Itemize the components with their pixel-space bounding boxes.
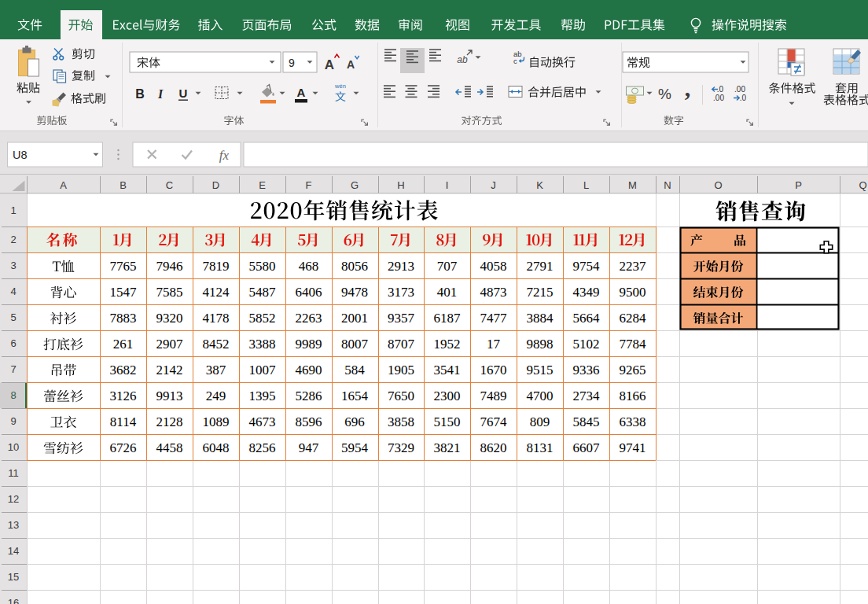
- svg-text:9320: 9320: [156, 311, 183, 326]
- svg-text:7489: 7489: [480, 389, 507, 403]
- svg-text:9336: 9336: [573, 363, 600, 378]
- svg-text:K: K: [536, 179, 543, 191]
- svg-text:4458: 4458: [156, 440, 183, 455]
- svg-text:9989: 9989: [296, 337, 322, 352]
- svg-text:3: 3: [10, 260, 16, 271]
- svg-text:11: 11: [8, 467, 19, 479]
- svg-text:6187: 6187: [434, 311, 462, 326]
- svg-text:2263: 2263: [296, 311, 322, 326]
- svg-text:1395: 1395: [249, 389, 276, 403]
- svg-text:10: 10: [8, 441, 19, 453]
- svg-text:A: A: [297, 86, 306, 99]
- svg-text:C: C: [166, 179, 173, 191]
- svg-text:O: O: [714, 179, 722, 191]
- svg-text:15: 15: [8, 571, 19, 583]
- svg-text:8131: 8131: [527, 440, 554, 455]
- svg-text:1089: 1089: [203, 414, 230, 429]
- svg-text:6048: 6048: [203, 440, 230, 455]
- svg-text:5852: 5852: [249, 311, 276, 326]
- svg-text:I: I: [157, 87, 164, 101]
- svg-text:584: 584: [344, 363, 365, 378]
- svg-text:7674: 7674: [480, 414, 508, 429]
- svg-text:2237: 2237: [620, 259, 647, 274]
- svg-text:B: B: [135, 87, 145, 101]
- svg-text:8114: 8114: [110, 414, 137, 429]
- svg-text:M: M: [628, 179, 637, 191]
- svg-text:5580: 5580: [249, 259, 276, 274]
- svg-text:14: 14: [8, 545, 19, 557]
- svg-text:1905: 1905: [388, 363, 414, 378]
- svg-text:wén: wén: [334, 83, 346, 90]
- svg-text:2300: 2300: [434, 389, 461, 403]
- svg-text:2128: 2128: [156, 414, 183, 429]
- svg-text:1: 1: [10, 204, 16, 216]
- svg-text:3858: 3858: [388, 414, 414, 429]
- svg-text:8620: 8620: [480, 440, 507, 455]
- svg-text:5150: 5150: [434, 414, 461, 429]
- svg-text:fx: fx: [219, 148, 230, 163]
- svg-text:8707: 8707: [388, 337, 415, 352]
- svg-text:5: 5: [10, 311, 16, 323]
- svg-text:9500: 9500: [620, 285, 646, 300]
- svg-text:809: 809: [530, 414, 550, 429]
- svg-text:8166: 8166: [620, 389, 646, 403]
- svg-text:5286: 5286: [296, 389, 322, 403]
- svg-text:3884: 3884: [527, 311, 554, 326]
- svg-text:9741: 9741: [620, 440, 646, 455]
- svg-text:ab: ab: [457, 54, 468, 65]
- svg-text:9357: 9357: [388, 311, 415, 326]
- svg-text:9478: 9478: [341, 285, 368, 300]
- svg-text:9265: 9265: [620, 363, 646, 378]
- svg-text:.0: .0: [740, 94, 747, 102]
- svg-text:6726: 6726: [110, 440, 137, 455]
- svg-text:7329: 7329: [388, 440, 414, 455]
- svg-text:3388: 3388: [249, 337, 276, 352]
- svg-text:1547: 1547: [110, 285, 138, 300]
- svg-text:387: 387: [206, 363, 226, 378]
- svg-text:7477: 7477: [480, 311, 508, 326]
- svg-text:1007: 1007: [249, 363, 277, 378]
- svg-text:8452: 8452: [203, 337, 230, 352]
- svg-text:4873: 4873: [480, 285, 507, 300]
- svg-text:707: 707: [437, 259, 458, 274]
- svg-text:8596: 8596: [296, 414, 322, 429]
- svg-text:7215: 7215: [527, 285, 554, 300]
- svg-text:5102: 5102: [573, 337, 600, 352]
- svg-text:Q: Q: [859, 179, 866, 191]
- svg-text:9913: 9913: [156, 389, 183, 403]
- svg-text:7: 7: [10, 363, 16, 375]
- svg-text:7585: 7585: [156, 285, 183, 300]
- svg-text:13: 13: [8, 519, 19, 531]
- svg-text:9898: 9898: [527, 337, 554, 352]
- svg-text:12: 12: [8, 493, 19, 505]
- svg-text:947: 947: [299, 440, 319, 455]
- svg-text:5487: 5487: [249, 285, 277, 300]
- svg-text:4058: 4058: [480, 259, 507, 274]
- svg-text:4700: 4700: [527, 389, 554, 403]
- svg-text:B: B: [120, 179, 127, 191]
- svg-text:9: 9: [289, 57, 295, 69]
- svg-text:A: A: [347, 58, 355, 71]
- svg-text:L: L: [583, 179, 589, 191]
- svg-text:7784: 7784: [620, 337, 647, 352]
- svg-text:G: G: [351, 179, 359, 191]
- svg-text:%: %: [658, 86, 671, 102]
- svg-text:4690: 4690: [296, 363, 322, 378]
- svg-text:U: U: [179, 87, 188, 100]
- svg-text:P: P: [795, 179, 802, 191]
- svg-text:2142: 2142: [156, 363, 183, 378]
- svg-text:8: 8: [10, 389, 16, 401]
- svg-text:9515: 9515: [527, 363, 554, 378]
- svg-text:J: J: [491, 179, 496, 191]
- svg-text:2734: 2734: [573, 389, 601, 403]
- svg-text:I: I: [446, 179, 449, 191]
- svg-text:16: 16: [8, 597, 19, 604]
- svg-text:6607: 6607: [573, 440, 601, 455]
- svg-text:7650: 7650: [388, 389, 414, 403]
- svg-text:U8: U8: [13, 149, 28, 161]
- svg-text:6406: 6406: [296, 285, 322, 300]
- svg-text:4349: 4349: [573, 285, 600, 300]
- svg-text:2913: 2913: [388, 259, 414, 274]
- svg-text:7946: 7946: [156, 259, 183, 274]
- svg-text:7765: 7765: [110, 259, 137, 274]
